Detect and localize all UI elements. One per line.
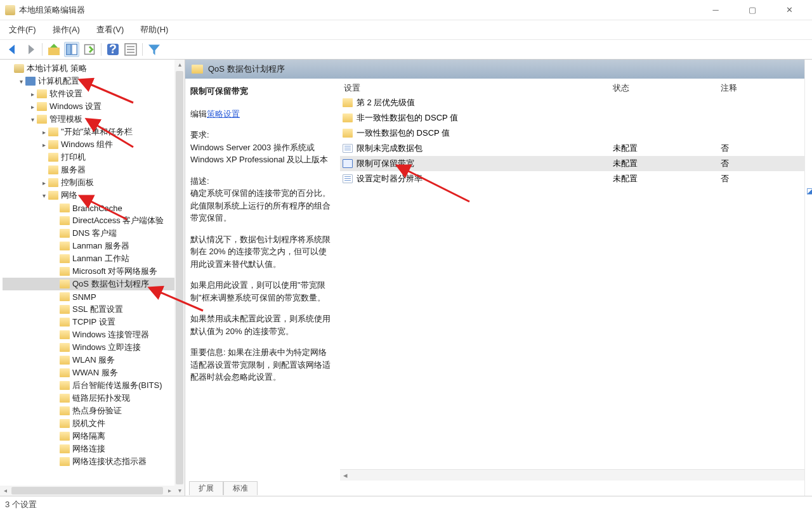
tree-node[interactable]: SSL 配置设置 bbox=[3, 303, 185, 316]
tree-node[interactable]: ▸"开始"菜单和任务栏 bbox=[3, 126, 185, 138]
tree-node[interactable]: Lanman 工作站 bbox=[3, 252, 185, 265]
expand-arrow-icon[interactable]: ▸ bbox=[39, 179, 48, 186]
expand-arrow-icon[interactable]: ▸ bbox=[39, 129, 48, 136]
tree-node[interactable]: Lanman 服务器 bbox=[3, 240, 185, 252]
tree-node[interactable]: ▸Windows 组件 bbox=[3, 138, 185, 151]
column-comment[interactable]: 注释 bbox=[721, 82, 811, 94]
list-row[interactable]: 设置定时器分辨率未配置否 bbox=[340, 171, 811, 186]
folder-icon bbox=[60, 242, 70, 250]
tree-node[interactable]: Windows 连接管理器 bbox=[3, 328, 185, 341]
scroll-left-icon[interactable]: ◂ bbox=[0, 486, 10, 496]
folder-icon bbox=[60, 394, 70, 403]
tree-node[interactable]: 网络连接状态指示器 bbox=[3, 455, 185, 468]
tree-label: 服务器 bbox=[61, 164, 86, 176]
status-text: 3 个设置 bbox=[5, 500, 37, 509]
scroll-left-icon[interactable]: ◂ bbox=[340, 470, 350, 480]
tree-node[interactable]: ▸软件设置 bbox=[3, 87, 185, 100]
column-setting[interactable]: 设置 bbox=[340, 82, 613, 94]
tree-node[interactable]: Windows 立即连接 bbox=[3, 341, 185, 354]
show-hide-tree-button[interactable] bbox=[64, 42, 79, 57]
collapsed-panel-icon[interactable]: ◪ bbox=[806, 186, 812, 195]
forward-button[interactable] bbox=[23, 42, 38, 57]
up-button[interactable] bbox=[46, 42, 62, 57]
description-column: 限制可保留带宽 编辑策略设置 要求:Windows Server 2003 操作… bbox=[185, 79, 340, 481]
list-row[interactable]: 限制可保留带宽未配置否 bbox=[340, 156, 811, 171]
tree-node[interactable]: SNMP bbox=[3, 290, 185, 303]
tree-node[interactable]: DirectAccess 客户端体验 bbox=[3, 214, 185, 227]
scroll-down-icon[interactable]: ▾ bbox=[174, 486, 185, 496]
folder-icon bbox=[60, 419, 70, 428]
tree-node[interactable]: 网络连接 bbox=[3, 443, 185, 455]
expand-arrow-icon[interactable]: ▾ bbox=[28, 116, 37, 123]
expand-arrow-icon[interactable]: ▾ bbox=[39, 192, 48, 199]
tree-node[interactable]: ▾管理模板 bbox=[3, 113, 185, 126]
export-button[interactable] bbox=[82, 42, 97, 57]
expand-arrow-icon[interactable]: ▸ bbox=[28, 91, 37, 98]
tree-node[interactable]: 本地计算机 策略 bbox=[3, 62, 185, 75]
scrollbar-thumb[interactable] bbox=[11, 487, 163, 495]
tree-node[interactable]: WLAN 服务 bbox=[3, 354, 185, 366]
expand-arrow-icon[interactable]: ▾ bbox=[16, 78, 25, 85]
tree-label: 脱机文件 bbox=[72, 418, 105, 429]
content-header: QoS 数据包计划程序 bbox=[185, 60, 811, 79]
folder-icon bbox=[48, 178, 58, 187]
back-button[interactable] bbox=[5, 42, 20, 57]
tree-node[interactable]: TCPIP 设置 bbox=[3, 316, 185, 328]
scroll-up-icon[interactable]: ▴ bbox=[174, 60, 185, 70]
folder-icon bbox=[192, 65, 203, 74]
tree-vertical-scrollbar[interactable]: ▴ ▾ bbox=[174, 60, 185, 496]
list-horizontal-scrollbar[interactable]: ◂ ▸ bbox=[340, 469, 811, 481]
tree-node[interactable]: 热点身份验证 bbox=[3, 404, 185, 417]
expand-arrow-icon[interactable]: ▸ bbox=[39, 141, 48, 148]
list-row[interactable]: 非一致性数据包的 DSCP 值 bbox=[340, 110, 811, 126]
tree-node[interactable]: ▾计算机配置 bbox=[3, 75, 185, 87]
tree-node[interactable]: DNS 客户端 bbox=[3, 227, 185, 240]
list-row[interactable]: 第 2 层优先级值 bbox=[340, 95, 811, 110]
menu-file[interactable]: 文件(F) bbox=[5, 22, 40, 38]
tab-standard[interactable]: 标准 bbox=[223, 481, 258, 495]
menu-view[interactable]: 查看(V) bbox=[93, 22, 128, 38]
list-row[interactable]: 一致性数据包的 DSCP 值 bbox=[340, 126, 811, 141]
scroll-right-icon[interactable]: ▸ bbox=[164, 486, 174, 496]
folder-icon bbox=[37, 102, 47, 111]
close-button[interactable]: ✕ bbox=[778, 3, 801, 18]
filter-button[interactable] bbox=[147, 42, 162, 57]
menu-help[interactable]: 帮助(H) bbox=[136, 22, 172, 38]
column-state[interactable]: 状态 bbox=[613, 82, 721, 94]
tree-node[interactable]: QoS 数据包计划程序 bbox=[3, 278, 185, 290]
menu-action[interactable]: 操作(A) bbox=[49, 22, 84, 38]
status-bar: 3 个设置 bbox=[0, 496, 812, 511]
tree-node[interactable]: 打印机 bbox=[3, 151, 185, 164]
minimize-button[interactable]: ─ bbox=[704, 3, 727, 18]
scrollbar-thumb[interactable] bbox=[176, 71, 183, 484]
expand-arrow-icon[interactable]: ▸ bbox=[28, 103, 37, 110]
tree-node[interactable]: WWAN 服务 bbox=[3, 366, 185, 379]
properties-button[interactable] bbox=[123, 42, 138, 57]
folder-icon bbox=[60, 267, 70, 276]
maximize-button[interactable]: ▢ bbox=[741, 3, 764, 18]
tree-node[interactable]: BranchCache bbox=[3, 202, 185, 214]
tree-node[interactable]: 链路层拓扑发现 bbox=[3, 392, 185, 404]
tree-node[interactable]: 后台智能传送服务(BITS) bbox=[3, 379, 185, 392]
tree-label: WWAN 服务 bbox=[72, 367, 118, 378]
tree-node[interactable]: Microsoft 对等网络服务 bbox=[3, 265, 185, 278]
folder-icon bbox=[60, 444, 70, 453]
tree-node[interactable]: ▸Windows 设置 bbox=[3, 100, 185, 113]
tab-extended[interactable]: 扩展 bbox=[189, 481, 223, 495]
tree-node[interactable]: 网络隔离 bbox=[3, 430, 185, 443]
tree-node[interactable]: ▾网络 bbox=[3, 189, 185, 202]
description-p4: 如果禁用或未配置此设置，则系统使用默认值为 20% 的连接带宽。 bbox=[190, 313, 335, 337]
folder-icon bbox=[37, 89, 47, 98]
tree-node[interactable]: 脱机文件 bbox=[3, 417, 185, 430]
folder-icon bbox=[60, 343, 70, 352]
tree-node[interactable]: ▸控制面板 bbox=[3, 176, 185, 189]
tree-panel[interactable]: 本地计算机 策略▾计算机配置▸软件设置▸Windows 设置▾管理模板▸"开始"… bbox=[0, 60, 185, 496]
edit-policy-link[interactable]: 策略设置 bbox=[207, 109, 240, 119]
tree-node[interactable]: 服务器 bbox=[3, 164, 185, 176]
list-row[interactable]: 限制未完成数据包未配置否 bbox=[340, 141, 811, 156]
tree-horizontal-scrollbar[interactable]: ◂ ▸ bbox=[0, 486, 174, 496]
help-button[interactable]: ? bbox=[105, 42, 121, 57]
description-p5: 重要信息: 如果在注册表中为特定网络适配器设置带宽限制，则配置该网络适配器时就会… bbox=[190, 346, 335, 384]
folder-icon bbox=[60, 318, 70, 327]
tree-label: QoS 数据包计划程序 bbox=[72, 278, 149, 290]
